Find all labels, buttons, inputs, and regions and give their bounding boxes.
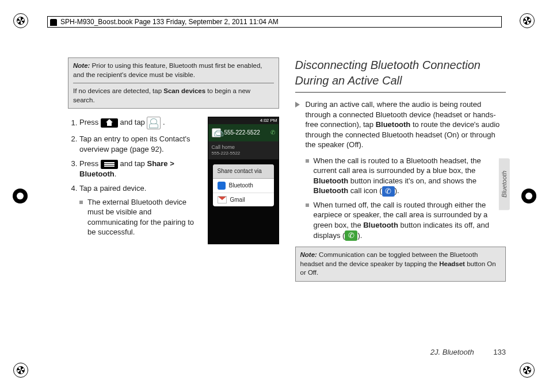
contacts-icon bbox=[147, 117, 161, 129]
color-target-icon bbox=[13, 189, 28, 203]
crop-mark bbox=[517, 10, 539, 32]
page-footer: 2J. Bluetooth 133 bbox=[430, 347, 506, 358]
note-text-2-bold: Scan devices bbox=[163, 87, 205, 94]
crop-mark bbox=[10, 10, 32, 32]
call-icon: ✆ bbox=[270, 129, 275, 137]
home-icon bbox=[101, 118, 118, 128]
footer-section: 2J. Bluetooth bbox=[430, 348, 474, 356]
side-tab: Bluetooth bbox=[499, 158, 510, 210]
step-1-text-b: and tap bbox=[120, 118, 147, 127]
book-header: SPH-M930_Boost.book Page 133 Friday, Sep… bbox=[47, 16, 502, 28]
note-box-2: Note: Communication can be toggled betwe… bbox=[295, 247, 506, 282]
note-text-1: Prior to using this feature, Bluetooth m… bbox=[73, 62, 262, 78]
step-3-text-b: and tap bbox=[120, 159, 147, 168]
crop-mark bbox=[10, 360, 32, 382]
p1-bold: Bluetooth bbox=[376, 120, 411, 129]
dial-number: 555-222-5522 bbox=[224, 129, 260, 137]
left-column: Note: Prior to using this feature, Bluet… bbox=[68, 57, 279, 358]
step-3-text-a: Press bbox=[79, 159, 101, 168]
footer-page-number: 133 bbox=[493, 348, 506, 356]
step-1-text-a: Press bbox=[79, 118, 101, 127]
modal-title: Share contact via bbox=[213, 164, 274, 179]
color-target-icon bbox=[521, 189, 536, 203]
step-4-text: Tap a paired device. bbox=[79, 184, 146, 193]
note-box: Note: Prior to using this feature, Bluet… bbox=[68, 57, 279, 109]
bluetooth-icon bbox=[218, 182, 226, 190]
call-label: Call home bbox=[212, 144, 275, 151]
step-3-text-c: . bbox=[115, 170, 117, 178]
bluetooth-call-icon bbox=[382, 186, 395, 197]
phone-dialer: 555-222-5522 ✆ bbox=[208, 124, 279, 141]
phone-call-area: Call home 555-222-5522 bbox=[208, 141, 279, 159]
phone-status-bar: 4:02 PM bbox=[208, 117, 279, 124]
main-instruction: During an active call, where the audio i… bbox=[306, 99, 506, 241]
step-1-text-c: . bbox=[163, 118, 165, 127]
section-title: Disconnecting Bluetooth Connection Durin… bbox=[295, 57, 506, 93]
menu-icon bbox=[101, 160, 118, 169]
sub-bullet-1: When the call is routed to a Bluetooth h… bbox=[306, 156, 506, 197]
note-text-2a: If no devices are detected, tap bbox=[73, 87, 163, 94]
step-4-sub: The external Bluetooth device must be vi… bbox=[79, 197, 279, 237]
sub-bullet-2: When turned off, the call is routed thro… bbox=[306, 200, 506, 241]
contact-avatar-icon bbox=[212, 128, 221, 137]
note-label: Note: bbox=[300, 251, 317, 258]
call-sub: 555-222-5522 bbox=[212, 151, 275, 157]
speaker-call-icon bbox=[345, 230, 357, 241]
share-option-bluetooth[interactable]: Bluetooth bbox=[213, 179, 274, 193]
share-option-label: Bluetooth bbox=[229, 182, 253, 190]
note-2-bold: Headset bbox=[439, 260, 465, 267]
note-label: Note: bbox=[73, 62, 90, 69]
crop-mark bbox=[517, 360, 539, 382]
right-column: Disconnecting Bluetooth Connection Durin… bbox=[295, 57, 506, 358]
